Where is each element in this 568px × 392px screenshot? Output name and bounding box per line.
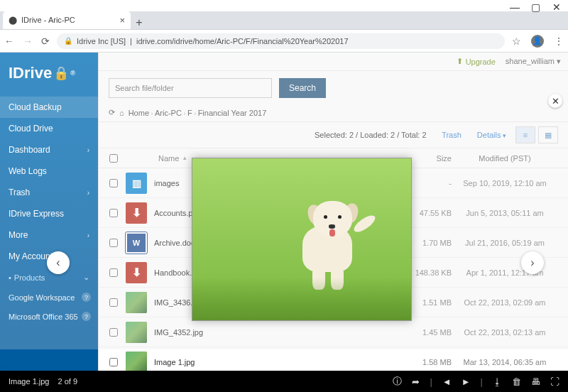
help-icon[interactable]: ? bbox=[82, 312, 91, 321]
logo: IDrive🔒® bbox=[0, 53, 98, 97]
nav-buttons: ← → ⟳ bbox=[4, 36, 50, 47]
breadcrumb-item[interactable]: Financial Year 2017 bbox=[198, 109, 267, 117]
tab-title: IDrive - Aric-PC bbox=[21, 16, 115, 24]
delete-icon[interactable]: 🗑 bbox=[512, 376, 521, 387]
sidebar-item[interactable]: Trash› bbox=[0, 182, 98, 203]
close-icon[interactable]: ✕ bbox=[552, 4, 559, 11]
menu-icon[interactable]: ⋮ bbox=[554, 36, 564, 47]
address-bar: ← → ⟳ 🔒 Idrive Inc [US] | idrive.com/idr… bbox=[0, 30, 568, 53]
select-all-checkbox[interactable] bbox=[109, 154, 118, 163]
row-checkbox[interactable] bbox=[109, 298, 118, 307]
lightbox-image bbox=[192, 158, 412, 321]
row-checkbox[interactable] bbox=[109, 358, 118, 366]
row-checkbox[interactable] bbox=[109, 239, 118, 247]
lightbox-bottom-bar: Image 1.jpg 2 of 9 ⓘ ➦ | ◄ ► | ⭳ 🗑 🖶 ⛶ bbox=[0, 371, 568, 392]
address-field[interactable]: 🔒 Idrive Inc [US] | idrive.com/idrive/ho… bbox=[57, 33, 505, 49]
print-icon[interactable]: 🖶 bbox=[531, 376, 540, 387]
lightbox-close-icon[interactable]: ✕ bbox=[548, 94, 562, 108]
browser-tab[interactable]: ⬤ IDrive - Aric-PC × bbox=[3, 11, 131, 29]
app-root: IDrive🔒® Cloud BackupCloud DriveDashboar… bbox=[0, 53, 568, 371]
reload-icon[interactable]: ⟳ bbox=[41, 36, 50, 47]
file-icon bbox=[126, 292, 147, 313]
selection-counts: Selected: 2 / Loaded: 2 / Total: 2 bbox=[315, 131, 427, 139]
sidebar-item[interactable]: IDrive Express bbox=[0, 203, 98, 224]
sidebar-product-item[interactable]: Microsoft Office 365? bbox=[0, 307, 98, 326]
file-name: Image 1.jpg bbox=[154, 358, 395, 366]
sidebar-item[interactable]: More› bbox=[0, 224, 98, 246]
trash-button[interactable]: Trash bbox=[435, 127, 468, 143]
tab-close-icon[interactable]: × bbox=[119, 15, 125, 26]
file-modified: Mar 13, 2014, 06:35 am bbox=[452, 358, 558, 366]
file-size: 1.45 MB bbox=[395, 328, 452, 337]
chevron-right-icon: › bbox=[87, 232, 89, 239]
minimize-icon[interactable]: — bbox=[510, 4, 517, 11]
sidebar-item[interactable]: Cloud Drive bbox=[0, 118, 98, 139]
table-row[interactable]: Image 1.jpg1.58 MBMar 13, 2014, 06:35 am bbox=[99, 347, 568, 371]
addr-separator: | bbox=[130, 37, 132, 45]
col-name[interactable]: Name bbox=[158, 154, 179, 163]
star-icon[interactable]: ☆ bbox=[512, 36, 521, 47]
search-button[interactable]: Search bbox=[279, 78, 326, 98]
upgrade-link[interactable]: ⬆ Upgrade bbox=[457, 57, 496, 66]
forward-icon[interactable]: → bbox=[23, 36, 33, 47]
row-checkbox[interactable] bbox=[109, 328, 118, 337]
tab-favicon: ⬤ bbox=[9, 16, 17, 25]
controls-row: Selected: 2 / Loaded: 2 / Total: 2 Trash… bbox=[99, 122, 568, 148]
row-checkbox[interactable] bbox=[109, 268, 118, 277]
back-icon[interactable]: ← bbox=[4, 36, 14, 47]
row-checkbox[interactable] bbox=[109, 179, 118, 187]
lightbox-next-icon[interactable]: › bbox=[521, 251, 544, 274]
share-icon[interactable]: ➦ bbox=[412, 376, 420, 387]
search-input[interactable] bbox=[109, 78, 272, 98]
prev-icon[interactable]: ◄ bbox=[442, 376, 452, 387]
table-row[interactable]: IMG_4352.jpg1.45 MBOct 22, 2013, 02:13 a… bbox=[99, 317, 568, 347]
home-icon[interactable]: ⌂ bbox=[119, 109, 124, 117]
chevron-down-icon: ⌄ bbox=[83, 273, 89, 282]
file-icon: ⬇ bbox=[126, 202, 147, 224]
sidebar-item-label: Dashboard bbox=[9, 145, 50, 155]
sidebar: IDrive🔒® Cloud BackupCloud DriveDashboar… bbox=[0, 53, 98, 371]
top-strip: ⬆ Upgrade shane_william ▾ bbox=[99, 53, 568, 71]
sidebar-item[interactable]: Cloud Backup bbox=[0, 97, 98, 118]
breadcrumb-item[interactable]: Aric-PC bbox=[155, 109, 182, 117]
sidebar-item[interactable]: Dashboard› bbox=[0, 139, 98, 160]
file-size: 1.58 MB bbox=[395, 358, 452, 366]
url-text: idrive.com/idrive/home/Aric-PC/F/Financi… bbox=[136, 37, 349, 45]
breadcrumb-item[interactable]: F bbox=[187, 109, 192, 117]
breadcrumb-item[interactable]: Home bbox=[129, 109, 149, 117]
lightbox-prev-icon[interactable]: ‹ bbox=[47, 251, 70, 274]
download-icon[interactable]: ⭳ bbox=[493, 376, 502, 387]
list-view-icon[interactable]: ≡ bbox=[515, 126, 535, 143]
file-icon: ⬇ bbox=[126, 262, 147, 283]
refresh-icon[interactable]: ⟳ bbox=[109, 108, 115, 117]
sidebar-item-label: Cloud Drive bbox=[9, 124, 53, 134]
fullscreen-icon[interactable]: ⛶ bbox=[550, 376, 559, 387]
chevron-right-icon: › bbox=[87, 146, 89, 154]
col-modified[interactable]: Modified (PST) bbox=[452, 154, 558, 163]
row-checkbox[interactable] bbox=[109, 209, 118, 217]
profile-avatar[interactable]: 👤 bbox=[531, 35, 544, 48]
file-modified: Oct 22, 2013, 02:13 am bbox=[452, 328, 558, 337]
sidebar-product-item[interactable]: Google Workspace? bbox=[0, 288, 98, 307]
sidebar-item[interactable]: Web Logs bbox=[0, 160, 98, 182]
maximize-icon[interactable]: ▢ bbox=[531, 4, 538, 11]
sort-icon: ▲ bbox=[182, 155, 187, 161]
file-modified: Sep 10, 2019, 12:10 am bbox=[452, 179, 558, 187]
next-icon[interactable]: ► bbox=[462, 376, 471, 387]
help-icon[interactable]: ? bbox=[82, 293, 91, 302]
sidebar-item-label: Trash bbox=[9, 187, 30, 197]
file-icon bbox=[126, 322, 147, 343]
sidebar-item-label: Cloud Backup bbox=[9, 102, 62, 112]
user-menu[interactable]: shane_william ▾ bbox=[506, 57, 561, 66]
file-modified: Oct 22, 2013, 02:09 am bbox=[452, 298, 558, 307]
sidebar-item-label: IDrive Express bbox=[9, 209, 64, 219]
new-tab-button[interactable]: + bbox=[131, 16, 148, 29]
info-icon[interactable]: ⓘ bbox=[393, 375, 402, 388]
file-icon: W bbox=[126, 232, 147, 254]
lightbox-counter: 2 of 9 bbox=[58, 377, 77, 386]
file-modified: Jul 21, 2016, 05:19 am bbox=[452, 239, 558, 247]
breadcrumb: ⟳ ⌂ Home › Aric-PC › F › Financial Year … bbox=[99, 105, 568, 122]
grid-view-icon[interactable]: ▦ bbox=[538, 126, 558, 143]
details-dropdown[interactable]: Details bbox=[471, 127, 513, 143]
search-row: Search bbox=[99, 71, 568, 105]
